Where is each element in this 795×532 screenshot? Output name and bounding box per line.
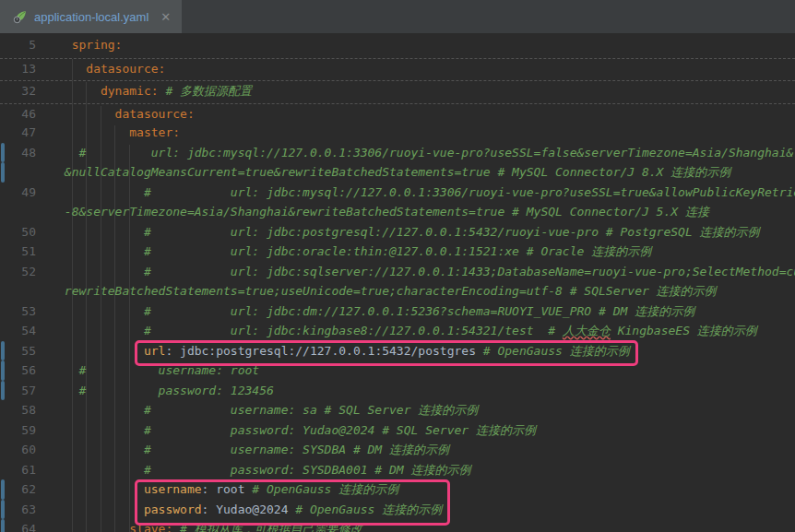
- vcs-change-marker: [1, 341, 5, 361]
- code-text: master:: [47, 123, 795, 143]
- code-line[interactable]: 64 slave: # 模拟从库，可根据自己需要修改: [0, 519, 795, 532]
- code-text: datasource:: [47, 59, 795, 78]
- code-text: username: root # OpenGauss 连接的示例: [47, 479, 795, 500]
- line-number: [0, 281, 47, 301]
- code-text: # url: jdbc:oracle:thin:@127.0.0.1:1521:…: [47, 242, 795, 262]
- code-text: &nullCatalogMeansCurrent=true&rewriteBat…: [47, 162, 795, 183]
- vcs-change-marker: [1, 479, 5, 500]
- code-line[interactable]: 47 master:: [0, 123, 795, 143]
- code-line[interactable]: 62 username: root # OpenGauss 连接的示例: [0, 479, 795, 500]
- tab-application-local-yaml[interactable]: application-local.yaml ✕: [0, 0, 182, 33]
- line-number: 52: [0, 262, 47, 282]
- code-text: -8&serverTimezone=Asia/Shanghai&rewriteB…: [47, 202, 795, 222]
- line-number: 57: [0, 381, 47, 401]
- code-text: # username: SYSDBA # DM 连接的示例: [47, 440, 795, 460]
- code-line[interactable]: 63 password: Yudao@2024 # OpenGauss 连接的示…: [0, 500, 795, 520]
- code-line[interactable]: 46 datasource:: [0, 103, 795, 124]
- vcs-change-marker: [1, 519, 5, 532]
- vcs-change-marker: [1, 162, 5, 183]
- vcs-change-marker: [1, 500, 5, 520]
- line-number: 61: [0, 460, 47, 480]
- code-text: # password: SYSDBA001 # DM 连接的示例: [47, 460, 795, 480]
- code-text: datasource:: [47, 104, 795, 124]
- code-text: spring:: [47, 35, 795, 55]
- code-text: slave: # 模拟从库，可根据自己需要修改: [47, 519, 795, 532]
- code-text: rewriteBatchedStatements=true;useUnicode…: [47, 281, 795, 301]
- line-number: 47: [0, 123, 47, 143]
- line-number: 51: [0, 242, 47, 262]
- line-number: 62: [0, 479, 47, 500]
- code-line[interactable]: 56 # username: root: [0, 361, 795, 381]
- line-number: 60: [0, 440, 47, 460]
- code-text: # username: sa # SQL Server 连接的示例: [47, 400, 795, 420]
- line-number: 13: [0, 59, 47, 78]
- code-rows: 5 spring:13 datasource:32 dynamic: # 多数据…: [0, 35, 795, 532]
- code-line[interactable]: 53 # url: jdbc:dm://127.0.0.1:5236?schem…: [0, 301, 795, 322]
- code-line[interactable]: 55 url: jdbc:postgresql://127.0.0.1:5432…: [0, 341, 795, 361]
- code-text: # url: jdbc:dm://127.0.0.1:5236?schema=R…: [47, 301, 795, 322]
- line-number: 53: [0, 301, 47, 322]
- line-number: 50: [0, 222, 47, 242]
- line-number: 64: [0, 519, 47, 532]
- code-line[interactable]: 61 # password: SYSDBA001 # DM 连接的示例: [0, 460, 795, 480]
- line-number: 48: [0, 143, 47, 163]
- code-line[interactable]: 52 # url: jdbc:sqlserver://127.0.0.1:143…: [0, 262, 795, 282]
- code-text: # password: Yudao@2024 # SQL Server 连接的示…: [47, 420, 795, 441]
- code-line[interactable]: 60 # username: SYSDBA # DM 连接的示例: [0, 440, 795, 460]
- code-line-wrap[interactable]: -8&serverTimezone=Asia/Shanghai&rewriteB…: [0, 202, 795, 222]
- code-text: # username: root: [47, 361, 795, 381]
- code-text: # url: jdbc:postgresql://127.0.0.1:5432/…: [47, 222, 795, 242]
- ide-window: application-local.yaml ✕ 5 spring:13 dat…: [0, 0, 795, 532]
- line-number: 59: [0, 420, 47, 441]
- code-editor: 5 spring:13 datasource:32 dynamic: # 多数据…: [0, 33, 795, 532]
- line-number: 63: [0, 500, 47, 520]
- code-line[interactable]: 48 # url: jdbc:mysql://127.0.0.1:3306/ru…: [0, 143, 795, 163]
- vcs-change-marker: [1, 143, 5, 163]
- line-number: [0, 202, 47, 222]
- code-line[interactable]: 59 # password: Yudao@2024 # SQL Server 连…: [0, 420, 795, 441]
- code-line[interactable]: 49 # url: jdbc:mysql://127.0.0.1:3306/ru…: [0, 183, 795, 203]
- tab-close-icon[interactable]: ✕: [160, 11, 171, 23]
- code-line[interactable]: 13 datasource:: [0, 58, 795, 78]
- code-text: # url: jdbc:mysql://127.0.0.1:3306/ruoyi…: [47, 143, 795, 163]
- line-number: 55: [0, 341, 47, 361]
- code-line[interactable]: 32 dynamic: # 多数据源配置: [0, 80, 795, 100]
- code-text: # url: jdbc:mysql://127.0.0.1:3306/ruoyi…: [47, 183, 795, 203]
- line-number: 56: [0, 361, 47, 381]
- line-number: 58: [0, 400, 47, 420]
- line-number: 46: [0, 104, 47, 124]
- editor-tab-bar: application-local.yaml ✕: [0, 0, 795, 33]
- code-text: dynamic: # 多数据源配置: [47, 81, 795, 100]
- line-number: 49: [0, 183, 47, 203]
- spring-boot-leaf-icon: [13, 9, 28, 24]
- vcs-change-marker: [1, 381, 5, 401]
- vcs-change-marker: [1, 361, 5, 381]
- line-number: 5: [0, 35, 47, 55]
- code-line[interactable]: 50 # url: jdbc:postgresql://127.0.0.1:54…: [0, 222, 795, 242]
- code-line[interactable]: 5 spring:: [0, 35, 795, 55]
- code-line-wrap[interactable]: &nullCatalogMeansCurrent=true&rewriteBat…: [0, 162, 795, 183]
- line-number: [0, 162, 47, 183]
- code-text: # password: 123456: [47, 381, 795, 401]
- code-line-wrap[interactable]: rewriteBatchedStatements=true;useUnicode…: [0, 281, 795, 301]
- tab-title: application-local.yaml: [34, 10, 148, 24]
- code-text: # url: jdbc:kingbase8://127.0.0.1:54321/…: [47, 321, 795, 341]
- code-line[interactable]: 51 # url: jdbc:oracle:thin:@127.0.0.1:15…: [0, 242, 795, 262]
- line-number: 32: [0, 81, 47, 100]
- code-line[interactable]: 54 # url: jdbc:kingbase8://127.0.0.1:543…: [0, 321, 795, 341]
- code-text: password: Yudao@2024 # OpenGauss 连接的示例: [47, 500, 795, 520]
- code-text: url: jdbc:postgresql://127.0.0.1:5432/po…: [47, 341, 795, 361]
- code-line[interactable]: 57 # password: 123456: [0, 381, 795, 401]
- code-text: # url: jdbc:sqlserver://127.0.0.1:1433;D…: [47, 262, 795, 282]
- code-line[interactable]: 58 # username: sa # SQL Server 连接的示例: [0, 400, 795, 420]
- line-number: 54: [0, 321, 47, 341]
